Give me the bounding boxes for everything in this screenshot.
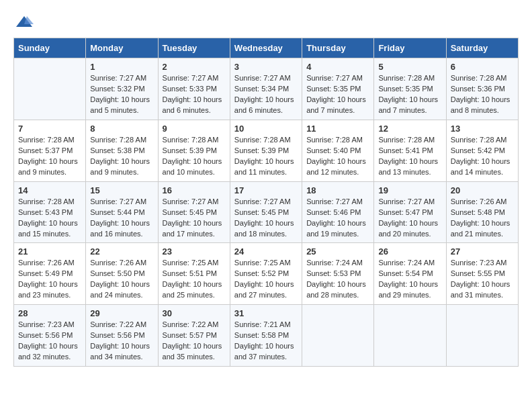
day-content: Sunrise: 7:27 AM Sunset: 5:47 PM Dayligh… [378,197,441,240]
calendar-cell: 7Sunrise: 7:28 AM Sunset: 5:37 PM Daylig… [14,120,86,181]
logo [13,13,35,27]
day-header-monday: Monday [86,38,158,58]
day-content: Sunrise: 7:24 AM Sunset: 5:54 PM Dayligh… [378,258,441,301]
day-content: Sunrise: 7:25 AM Sunset: 5:52 PM Dayligh… [234,258,298,301]
calendar-cell: 26Sunrise: 7:24 AM Sunset: 5:54 PM Dayli… [374,243,446,305]
calendar-week-4: 21Sunrise: 7:26 AM Sunset: 5:49 PM Dayli… [14,243,519,305]
calendar-cell: 30Sunrise: 7:22 AM Sunset: 5:57 PM Dayli… [158,305,230,367]
calendar-cell: 19Sunrise: 7:27 AM Sunset: 5:47 PM Dayli… [374,181,446,243]
day-number: 6 [451,62,514,72]
day-number: 14 [18,185,81,195]
day-number: 16 [163,185,226,195]
day-number: 29 [90,308,153,318]
calendar-cell: 2Sunrise: 7:27 AM Sunset: 5:33 PM Daylig… [158,58,230,120]
day-content: Sunrise: 7:24 AM Sunset: 5:53 PM Dayligh… [306,258,369,301]
calendar-cell: 18Sunrise: 7:27 AM Sunset: 5:46 PM Dayli… [302,181,374,243]
day-number: 2 [163,62,226,72]
day-number: 27 [451,246,514,257]
day-number: 7 [18,124,81,134]
day-number: 22 [90,246,153,257]
day-content: Sunrise: 7:27 AM Sunset: 5:46 PM Dayligh… [306,197,369,240]
calendar-cell [302,305,374,367]
page-header [13,13,519,27]
calendar-cell [374,305,446,367]
calendar-cell: 1Sunrise: 7:27 AM Sunset: 5:32 PM Daylig… [86,58,158,120]
day-content: Sunrise: 7:27 AM Sunset: 5:44 PM Dayligh… [90,197,153,240]
day-number: 8 [90,124,153,134]
day-number: 4 [306,62,369,72]
day-content: Sunrise: 7:27 AM Sunset: 5:32 PM Dayligh… [90,73,153,116]
day-number: 21 [18,246,81,257]
day-content: Sunrise: 7:23 AM Sunset: 5:55 PM Dayligh… [451,258,514,301]
day-header-tuesday: Tuesday [158,38,230,58]
day-content: Sunrise: 7:27 AM Sunset: 5:33 PM Dayligh… [163,73,226,116]
day-number: 26 [378,246,441,257]
day-header-friday: Friday [374,38,446,58]
calendar-cell: 15Sunrise: 7:27 AM Sunset: 5:44 PM Dayli… [86,181,158,243]
calendar-cell: 23Sunrise: 7:25 AM Sunset: 5:51 PM Dayli… [158,243,230,305]
day-content: Sunrise: 7:28 AM Sunset: 5:39 PM Dayligh… [163,135,226,178]
day-number: 20 [451,185,514,195]
day-content: Sunrise: 7:27 AM Sunset: 5:45 PM Dayligh… [163,197,226,240]
day-content: Sunrise: 7:28 AM Sunset: 5:39 PM Dayligh… [234,135,298,178]
day-content: Sunrise: 7:26 AM Sunset: 5:50 PM Dayligh… [90,258,153,301]
calendar-cell: 11Sunrise: 7:28 AM Sunset: 5:40 PM Dayli… [302,120,374,181]
day-number: 15 [90,185,153,195]
day-content: Sunrise: 7:28 AM Sunset: 5:40 PM Dayligh… [306,135,369,178]
calendar-cell: 8Sunrise: 7:28 AM Sunset: 5:38 PM Daylig… [86,120,158,181]
day-content: Sunrise: 7:28 AM Sunset: 5:37 PM Dayligh… [18,135,81,178]
calendar-week-1: 1Sunrise: 7:27 AM Sunset: 5:32 PM Daylig… [14,58,519,120]
day-number: 18 [306,185,369,195]
calendar-cell: 10Sunrise: 7:28 AM Sunset: 5:39 PM Dayli… [230,120,302,181]
day-content: Sunrise: 7:27 AM Sunset: 5:45 PM Dayligh… [234,197,298,240]
day-number: 31 [234,308,298,318]
day-content: Sunrise: 7:28 AM Sunset: 5:35 PM Dayligh… [378,73,441,116]
day-content: Sunrise: 7:23 AM Sunset: 5:56 PM Dayligh… [18,320,81,363]
day-number: 25 [306,246,369,257]
calendar-cell: 5Sunrise: 7:28 AM Sunset: 5:35 PM Daylig… [374,58,446,120]
calendar-cell: 16Sunrise: 7:27 AM Sunset: 5:45 PM Dayli… [158,181,230,243]
logo-text [13,13,35,30]
calendar-week-3: 14Sunrise: 7:28 AM Sunset: 5:43 PM Dayli… [14,181,519,243]
day-number: 5 [378,62,441,72]
day-number: 3 [234,62,298,72]
calendar-cell: 4Sunrise: 7:27 AM Sunset: 5:35 PM Daylig… [302,58,374,120]
day-number: 10 [234,124,298,134]
calendar-cell: 12Sunrise: 7:28 AM Sunset: 5:41 PM Dayli… [374,120,446,181]
day-number: 28 [18,308,81,318]
day-number: 23 [163,246,226,257]
day-header-sunday: Sunday [14,38,86,58]
calendar-cell: 9Sunrise: 7:28 AM Sunset: 5:39 PM Daylig… [158,120,230,181]
day-content: Sunrise: 7:28 AM Sunset: 5:41 PM Dayligh… [378,135,441,178]
day-number: 9 [163,124,226,134]
day-content: Sunrise: 7:25 AM Sunset: 5:51 PM Dayligh… [163,258,226,301]
calendar-cell: 27Sunrise: 7:23 AM Sunset: 5:55 PM Dayli… [446,243,518,305]
day-content: Sunrise: 7:26 AM Sunset: 5:49 PM Dayligh… [18,258,81,301]
calendar-header-row: SundayMondayTuesdayWednesdayThursdayFrid… [14,38,519,58]
calendar-week-2: 7Sunrise: 7:28 AM Sunset: 5:37 PM Daylig… [14,120,519,181]
calendar-cell: 22Sunrise: 7:26 AM Sunset: 5:50 PM Dayli… [86,243,158,305]
day-number: 30 [163,308,226,318]
day-content: Sunrise: 7:21 AM Sunset: 5:58 PM Dayligh… [234,320,298,363]
calendar-cell: 14Sunrise: 7:28 AM Sunset: 5:43 PM Dayli… [14,181,86,243]
day-content: Sunrise: 7:22 AM Sunset: 5:56 PM Dayligh… [90,320,153,363]
calendar-body: 1Sunrise: 7:27 AM Sunset: 5:32 PM Daylig… [14,58,519,367]
calendar-week-5: 28Sunrise: 7:23 AM Sunset: 5:56 PM Dayli… [14,305,519,367]
calendar-cell: 6Sunrise: 7:28 AM Sunset: 5:36 PM Daylig… [446,58,518,120]
calendar-cell: 25Sunrise: 7:24 AM Sunset: 5:53 PM Dayli… [302,243,374,305]
calendar-cell: 20Sunrise: 7:26 AM Sunset: 5:48 PM Dayli… [446,181,518,243]
calendar-cell [446,305,518,367]
day-content: Sunrise: 7:28 AM Sunset: 5:42 PM Dayligh… [451,135,514,178]
day-content: Sunrise: 7:28 AM Sunset: 5:38 PM Dayligh… [90,135,153,178]
day-number: 1 [90,62,153,72]
day-content: Sunrise: 7:28 AM Sunset: 5:36 PM Dayligh… [451,73,514,116]
logo-icon [15,15,34,30]
day-content: Sunrise: 7:22 AM Sunset: 5:57 PM Dayligh… [163,320,226,363]
day-header-saturday: Saturday [446,38,518,58]
day-content: Sunrise: 7:28 AM Sunset: 5:43 PM Dayligh… [18,197,81,240]
day-number: 12 [378,124,441,134]
calendar-cell: 29Sunrise: 7:22 AM Sunset: 5:56 PM Dayli… [86,305,158,367]
calendar-cell: 28Sunrise: 7:23 AM Sunset: 5:56 PM Dayli… [14,305,86,367]
calendar-cell: 17Sunrise: 7:27 AM Sunset: 5:45 PM Dayli… [230,181,302,243]
day-header-thursday: Thursday [302,38,374,58]
